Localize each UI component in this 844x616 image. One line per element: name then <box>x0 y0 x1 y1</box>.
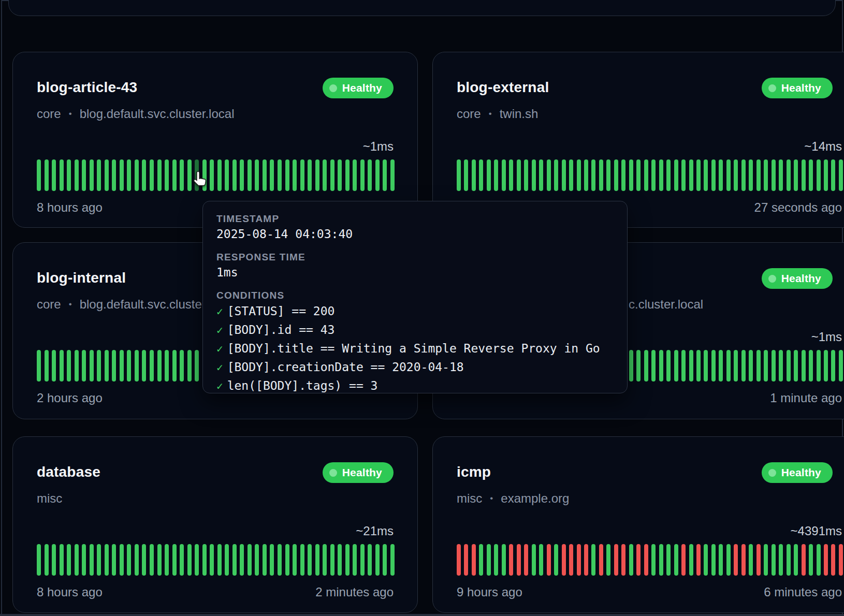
uptime-bar[interactable] <box>180 544 184 576</box>
uptime-bar[interactable] <box>308 544 312 576</box>
uptime-bar[interactable] <box>539 544 543 576</box>
uptime-bar[interactable] <box>629 544 633 576</box>
uptime-bar[interactable] <box>494 544 498 576</box>
uptime-bar[interactable] <box>666 350 671 382</box>
uptime-bar[interactable] <box>330 159 334 191</box>
uptime-bar[interactable] <box>285 159 289 191</box>
uptime-bar[interactable] <box>157 159 162 191</box>
uptime-bar[interactable] <box>779 350 783 382</box>
uptime-bar[interactable] <box>45 544 49 576</box>
uptime-bar[interactable] <box>240 544 244 576</box>
uptime-bar[interactable] <box>45 159 49 191</box>
uptime-bar[interactable] <box>112 159 116 191</box>
uptime-bar[interactable] <box>749 159 753 191</box>
uptime-bar[interactable] <box>756 544 761 576</box>
uptime-bar[interactable] <box>772 350 776 382</box>
uptime-bar[interactable] <box>368 159 372 191</box>
uptime-bar[interactable] <box>97 159 101 191</box>
uptime-bar[interactable] <box>681 350 686 382</box>
uptime-bar[interactable] <box>517 544 521 576</box>
uptime-bar[interactable] <box>741 350 746 382</box>
uptime-bar[interactable] <box>308 159 312 191</box>
uptime-bar[interactable] <box>756 159 761 191</box>
uptime-bar[interactable] <box>360 544 365 576</box>
uptime-bar[interactable] <box>142 159 146 191</box>
uptime-bar[interactable] <box>112 544 116 576</box>
uptime-bar[interactable] <box>472 544 476 576</box>
uptime-bar[interactable] <box>232 544 237 576</box>
uptime-bar[interactable] <box>112 350 116 382</box>
uptime-bar[interactable] <box>562 159 566 191</box>
uptime-bar[interactable] <box>599 544 603 576</box>
uptime-bar[interactable] <box>120 159 124 191</box>
uptime-bar[interactable] <box>547 544 551 576</box>
uptime-bar[interactable] <box>599 159 603 191</box>
uptime-bar[interactable] <box>479 544 483 576</box>
uptime-bar[interactable] <box>539 159 543 191</box>
uptime-bar[interactable] <box>704 544 708 576</box>
uptime-bar[interactable] <box>165 159 169 191</box>
uptime-bar[interactable] <box>353 544 357 576</box>
uptime-bar[interactable] <box>383 159 387 191</box>
uptime-bar[interactable] <box>764 544 768 576</box>
uptime-bar[interactable] <box>577 544 581 576</box>
uptime-bar[interactable] <box>300 544 304 576</box>
uptime-bar[interactable] <box>802 350 806 382</box>
uptime-bar[interactable] <box>726 350 731 382</box>
uptime-bar[interactable] <box>711 544 716 576</box>
uptime-bar[interactable] <box>82 350 86 382</box>
uptime-bar[interactable] <box>704 159 708 191</box>
uptime-bar[interactable] <box>225 544 229 576</box>
uptime-bar[interactable] <box>375 159 380 191</box>
uptime-bar[interactable] <box>629 159 633 191</box>
uptime-bar[interactable] <box>802 159 806 191</box>
uptime-bar[interactable] <box>278 544 282 576</box>
uptime-bar[interactable] <box>749 350 753 382</box>
uptime-bar[interactable] <box>584 544 588 576</box>
uptime-bar[interactable] <box>734 159 738 191</box>
uptime-bar[interactable] <box>674 159 678 191</box>
uptime-bar[interactable] <box>172 544 177 576</box>
uptime-bar[interactable] <box>756 350 761 382</box>
uptime-bar[interactable] <box>696 350 701 382</box>
uptime-bar[interactable] <box>689 544 693 576</box>
uptime-bar[interactable] <box>142 350 146 382</box>
uptime-bar[interactable] <box>787 350 791 382</box>
uptime-bar[interactable] <box>67 544 71 576</box>
uptime-bar[interactable] <box>142 544 146 576</box>
uptime-bar[interactable] <box>157 544 162 576</box>
uptime-bar[interactable] <box>172 159 177 191</box>
uptime-bar[interactable] <box>636 544 641 576</box>
uptime-bar[interactable] <box>135 544 139 576</box>
uptime-bar[interactable] <box>270 159 274 191</box>
uptime-bar[interactable] <box>330 544 334 576</box>
uptime-bar[interactable] <box>502 544 506 576</box>
uptime-bar[interactable] <box>210 159 214 191</box>
card-partial-top[interactable] <box>8 0 836 16</box>
uptime-bar[interactable] <box>293 159 297 191</box>
uptime-bar[interactable] <box>52 159 56 191</box>
uptime-bar[interactable] <box>606 159 610 191</box>
uptime-bar[interactable] <box>263 544 267 576</box>
uptime-bar[interactable] <box>248 159 252 191</box>
uptime-bar[interactable] <box>554 159 558 191</box>
uptime-bar[interactable] <box>741 544 746 576</box>
uptime-bar[interactable] <box>749 544 753 576</box>
uptime-bar[interactable] <box>711 350 716 382</box>
uptime-bar[interactable] <box>285 544 289 576</box>
uptime-bar[interactable] <box>300 159 304 191</box>
uptime-bar[interactable] <box>487 159 491 191</box>
uptime-bar[interactable] <box>696 159 701 191</box>
uptime-bar[interactable] <box>772 544 776 576</box>
uptime-bar[interactable] <box>105 159 109 191</box>
uptime-bar[interactable] <box>696 544 701 576</box>
uptime-bar[interactable] <box>457 159 461 191</box>
uptime-bar[interactable] <box>494 159 498 191</box>
uptime-bar[interactable] <box>794 159 798 191</box>
uptime-bar[interactable] <box>809 350 813 382</box>
uptime-bar[interactable] <box>165 350 169 382</box>
uptime-bar[interactable] <box>157 350 162 382</box>
uptime-bar[interactable] <box>839 544 843 576</box>
uptime-bar[interactable] <box>60 350 64 382</box>
uptime-bar[interactable] <box>824 544 828 576</box>
